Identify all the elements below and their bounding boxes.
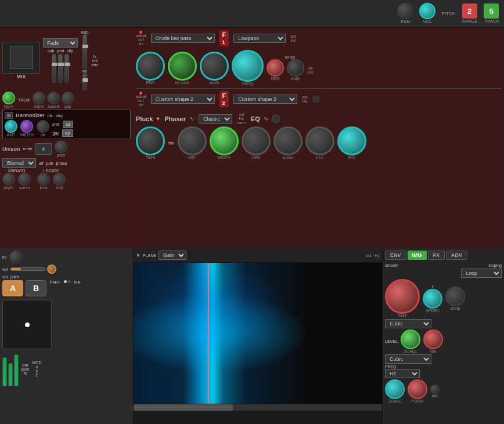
vel-slider[interactable] xyxy=(10,267,45,271)
classic-select[interactable]: Classic xyxy=(199,114,232,124)
b-button[interactable]: B xyxy=(26,280,46,296)
env-time-knob[interactable] xyxy=(385,279,420,314)
amt-knob[interactable] xyxy=(5,120,17,133)
gap-x2-btn[interactable]: x2 xyxy=(62,129,73,137)
vibrato-knobs: depth speed xyxy=(2,173,31,190)
leg-limit-knob[interactable] xyxy=(53,173,66,186)
f1-kbtrack-knob[interactable] xyxy=(168,52,197,81)
mix-pad[interactable] xyxy=(2,42,40,74)
spectrogram[interactable] xyxy=(134,263,382,404)
pitch-label2: pitch xyxy=(10,275,19,279)
env-panel: ENV IMG FX ADV smooth looping Loop TIME … xyxy=(382,248,504,424)
pan-control: PAN xyxy=(397,3,413,24)
level-scale-knob[interactable] xyxy=(401,329,420,349)
f2-type-select[interactable]: Custom shape 2 xyxy=(151,95,215,104)
blurred-select[interactable]: Blurred xyxy=(2,158,36,168)
width-knob[interactable] xyxy=(20,120,33,133)
f1-type-select[interactable]: Crude low pass xyxy=(151,34,215,43)
vib-depth-knob[interactable] xyxy=(2,173,15,186)
mix2-knob[interactable] xyxy=(430,385,440,394)
harm-label: harm xyxy=(4,104,13,108)
hz-select[interactable]: Hz xyxy=(385,369,420,378)
f1-knobs: ENV kb track width FREQ adapt RES xyxy=(136,50,501,86)
harmonizer-section: ▤ Harmonizer ofs step AMT WIDTH str xyxy=(2,110,131,139)
cubic-select-2[interactable]: Cubic xyxy=(385,354,431,364)
gap-knob[interactable] xyxy=(62,92,74,104)
cubic-select-1[interactable]: Cubic xyxy=(385,319,431,328)
vol-control: VOL xyxy=(419,3,435,24)
pan-knob[interactable] xyxy=(397,3,413,19)
shift-x2-btn[interactable]: x2 xyxy=(63,121,73,128)
scrollbar[interactable] xyxy=(134,404,382,411)
f2-ofs-knob[interactable] xyxy=(242,126,271,155)
auto-slider[interactable] xyxy=(82,34,87,69)
harmonizer-header: ▤ Harmonizer ofs step xyxy=(5,112,128,119)
adv-tab[interactable]: ADV xyxy=(446,251,467,260)
level-mix-knob[interactable] xyxy=(423,329,443,349)
slider-1[interactable] xyxy=(52,54,56,83)
str-knob[interactable] xyxy=(37,120,49,133)
env-speed-knob[interactable] xyxy=(423,289,442,309)
spec-line xyxy=(208,263,209,404)
vol-slider-1[interactable] xyxy=(2,357,7,386)
form-knob[interactable] xyxy=(408,379,427,399)
vol-slider-2[interactable] xyxy=(8,363,13,386)
f1-width2-knob[interactable] xyxy=(287,59,304,77)
f2-adapt: adapt oct Hz xyxy=(136,92,146,107)
f2-mix2-wrap: MIX xyxy=(337,126,366,160)
speed-knob[interactable] xyxy=(47,92,60,104)
f1-res-knob[interactable] xyxy=(267,59,284,77)
slider-3[interactable] xyxy=(64,54,69,83)
f2-kbt-knob[interactable] xyxy=(305,126,334,155)
vib-speed-knob[interactable] xyxy=(18,173,31,186)
depth-knob[interactable] xyxy=(33,92,45,104)
harm-knob[interactable] xyxy=(2,92,15,104)
plane-arrow[interactable]: ▼ xyxy=(136,253,141,258)
vol-slider-3[interactable] xyxy=(14,354,19,386)
img-tab[interactable]: IMG xyxy=(408,251,427,260)
fade-select[interactable]: Fade xyxy=(43,38,78,48)
track-badge[interactable]: 5 xyxy=(484,3,499,19)
plane-select[interactable]: Gain xyxy=(159,251,186,260)
f2-width-knob[interactable] xyxy=(210,126,239,155)
unison-label: Unison xyxy=(2,146,20,152)
scale2-knob[interactable] xyxy=(385,379,405,399)
vel-knob[interactable] xyxy=(47,264,56,274)
harmonizer-label: Harmonizer xyxy=(16,113,45,118)
f2-time-knob[interactable] xyxy=(136,126,165,155)
vol-label2: vol xyxy=(2,275,8,279)
left-panel: MIX Fade sub prot clip xyxy=(0,28,134,248)
sharp-knob[interactable] xyxy=(445,287,465,306)
env-tab[interactable]: ENV xyxy=(385,251,406,260)
vel-slider[interactable] xyxy=(82,73,87,90)
slider-3-thumb xyxy=(64,63,70,66)
level-scale-wrap: SCALE xyxy=(401,329,420,353)
fx-tab[interactable]: FX xyxy=(428,251,445,260)
unison-section: Unison order 4 pitch xyxy=(2,140,131,157)
f1-freq-wrap: FREQ xyxy=(232,50,264,86)
f1-second-select[interactable]: Lowpass xyxy=(233,34,286,43)
range-badge[interactable]: 2 xyxy=(462,3,477,19)
vol-sliders xyxy=(2,351,19,386)
lfo-knob[interactable] xyxy=(9,251,22,263)
a-button[interactable]: A xyxy=(2,280,23,296)
legato-section: LEGATO time limit xyxy=(37,169,66,190)
f1-env-knob[interactable] xyxy=(136,52,165,81)
vib-speed-wrap: speed xyxy=(18,173,31,190)
env-speed-wrap: SPEED xyxy=(423,289,442,313)
f2-toggle[interactable] xyxy=(312,96,319,103)
f2-mix2-knob[interactable] xyxy=(337,126,366,155)
scale-form-row: SCALE FORM mix xyxy=(385,379,502,403)
eq-toggle[interactable] xyxy=(272,115,280,123)
f2-speed-knob[interactable] xyxy=(273,126,303,155)
xy-pad[interactable] xyxy=(2,300,52,349)
vol-knob[interactable] xyxy=(419,3,435,19)
slider-2[interactable] xyxy=(58,54,63,83)
pitch2-knob[interactable] xyxy=(55,140,67,153)
loop-select[interactable]: Loop xyxy=(461,269,502,278)
f1-width-knob[interactable] xyxy=(200,52,229,81)
leg-time-knob[interactable] xyxy=(37,173,50,186)
f1-freq-knob[interactable] xyxy=(232,50,264,82)
f2-mix-knob[interactable] xyxy=(178,126,207,155)
f2-second-select[interactable]: Custom shape 2 xyxy=(233,95,297,104)
